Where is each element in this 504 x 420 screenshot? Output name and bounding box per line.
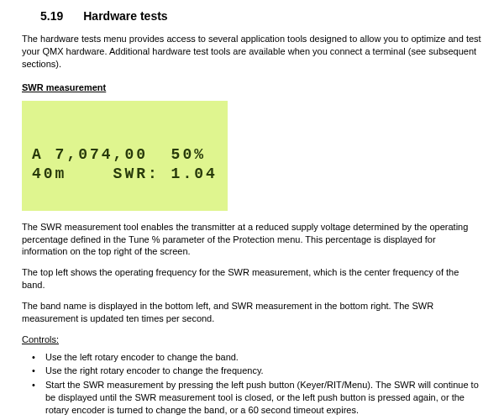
lcd-line-2: 40m SWR: 1.04 [32,165,218,184]
section-heading: 5.19Hardware tests [22,8,482,24]
swr-heading: SWR measurement [22,81,482,94]
section-number: 5.19 [40,8,63,24]
section-title: Hardware tests [83,9,167,23]
list-item: Use the left rotary encoder to change th… [32,351,482,364]
list-item: Use the right rotary encoder to change t… [32,365,482,377]
swr-para-2: The top left shows the operating frequen… [22,266,482,291]
swr-para-3: The band name is displayed in the bottom… [22,300,482,325]
lcd-display: A 7,074,00 50%40m SWR: 1.04 [22,101,228,211]
swr-para-1: The SWR measurement tool enables the tra… [22,221,482,259]
lcd-line-1: A 7,074,00 50% [32,145,218,165]
controls-list: Use the left rotary encoder to change th… [22,351,482,420]
list-item: Start the SWR measurement by pressing th… [32,379,482,417]
intro-paragraph: The hardware tests menu provides access … [22,33,482,71]
controls-label: Controls: [22,333,482,346]
